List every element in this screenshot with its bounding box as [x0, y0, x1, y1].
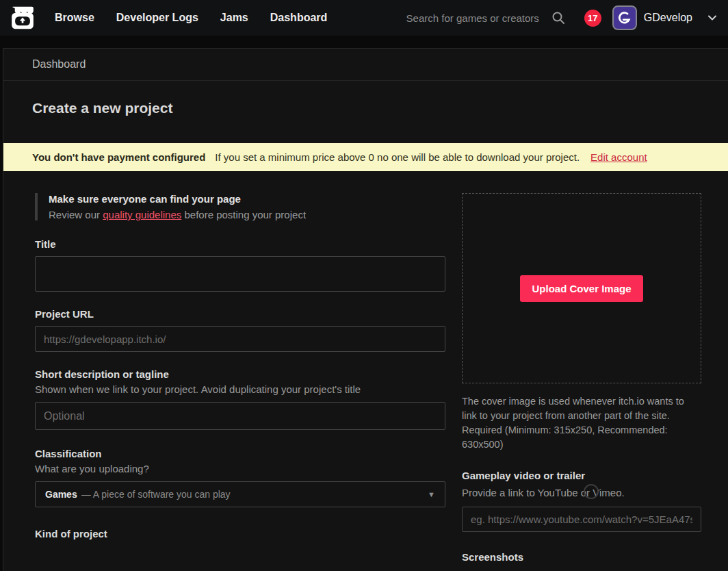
gameplay-video-input[interactable] [462, 507, 701, 532]
dashboard-container: Dashboard Create a new project You don't… [3, 48, 728, 571]
nav-dashboard[interactable]: Dashboard [270, 12, 328, 24]
title-label: Title [35, 238, 445, 250]
classification-selected-desc: — A piece of software you can play [81, 489, 422, 500]
gameplay-video-label: Gameplay video or trailer [462, 470, 701, 481]
quality-notice-line: Review our quality guidelines before pos… [49, 209, 445, 220]
quality-notice-post: before posting your project [181, 209, 306, 220]
form-right-column: Upload Cover Image The cover image is us… [462, 193, 701, 571]
notification-badge[interactable]: 17 [584, 10, 601, 27]
search-input[interactable]: Search for games or creators [406, 12, 539, 24]
project-url-input[interactable] [35, 326, 445, 352]
top-navigation-bar: Browse Developer Logs Jams Dashboard Sea… [0, 0, 728, 36]
quality-guidelines-link[interactable]: quality guidelines [103, 209, 181, 220]
classification-selected-value: Games [45, 489, 77, 500]
gdevelop-logo-icon [617, 10, 632, 25]
classification-select[interactable]: Games — A piece of software you can play… [35, 481, 445, 507]
nav-jams[interactable]: Jams [220, 12, 248, 24]
spinner-ring-artifact [584, 484, 599, 499]
edit-account-link[interactable]: Edit account [590, 151, 647, 163]
quality-notice-pre: Review our [49, 209, 103, 220]
select-dropdown-icon: ▼ [428, 490, 435, 498]
page-title-row: Create a new project [3, 81, 728, 134]
itchio-logo-icon[interactable] [8, 4, 37, 31]
gameplay-video-help-text: Provide a link to YouTube or Vimeo. [462, 487, 625, 498]
breadcrumb[interactable]: Dashboard [32, 58, 86, 71]
screenshots-help: Optional but highly recommended. Upload … [462, 568, 701, 571]
cover-image-dropzone[interactable]: Upload Cover Image [462, 193, 701, 383]
kind-of-project-label: Kind of project [35, 528, 445, 540]
quality-notice: Make sure everyone can find your page Re… [35, 193, 445, 220]
topbar-right: Search for games or creators 17 GDevelop [406, 5, 718, 30]
user-avatar[interactable] [612, 5, 637, 30]
nav-browse[interactable]: Browse [55, 12, 94, 24]
gameplay-video-help: Provide a link to YouTube or Vimeo. [462, 487, 701, 498]
classification-help: What are you uploading? [35, 463, 445, 474]
upload-cover-image-button[interactable]: Upload Cover Image [520, 275, 642, 302]
username-label[interactable]: GDevelop [644, 12, 692, 24]
site-search[interactable]: Search for games or creators [406, 11, 565, 25]
payment-warning-banner: You don't have payment configured If you… [3, 143, 728, 171]
banner-bold-text: You don't have payment configured [32, 151, 205, 163]
project-url-label: Project URL [35, 308, 445, 320]
form-left-column: Make sure everyone can find your page Re… [35, 193, 445, 571]
tagline-help: Shown when we link to your project. Avoi… [35, 383, 445, 395]
main-nav: Browse Developer Logs Jams Dashboard [55, 12, 327, 24]
nav-developer-logs[interactable]: Developer Logs [116, 12, 198, 24]
new-project-form: Make sure everyone can find your page Re… [3, 171, 728, 571]
breadcrumb-row: Dashboard [3, 49, 728, 81]
chevron-down-icon[interactable] [706, 12, 718, 24]
page-title: Create a new project [32, 100, 699, 116]
screenshots-label: Screenshots [462, 551, 701, 563]
tagline-label: Short description or tagline [35, 368, 445, 380]
quality-notice-title: Make sure everyone can find your page [49, 193, 445, 205]
tagline-input[interactable] [35, 402, 445, 430]
title-input[interactable] [35, 256, 445, 292]
search-icon[interactable] [551, 11, 565, 25]
classification-label: Classification [35, 448, 445, 459]
banner-message: If you set a minimum price above 0 no on… [215, 151, 580, 163]
cover-image-help: The cover image is used whenever itch.io… [462, 394, 701, 452]
